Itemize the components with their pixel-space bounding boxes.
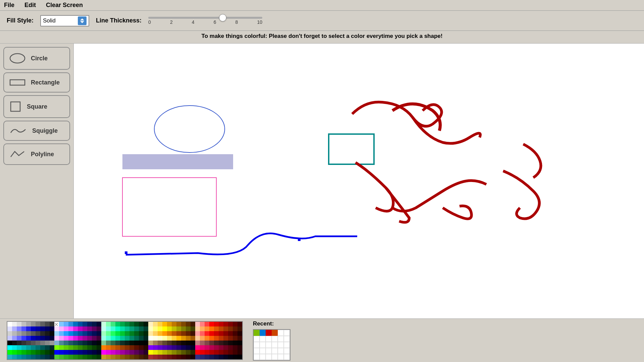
color-cell[interactable] [162, 326, 167, 331]
color-cell[interactable] [78, 336, 83, 341]
color-cell[interactable] [129, 322, 134, 326]
color-cell[interactable] [50, 341, 54, 345]
color-cell[interactable] [233, 336, 237, 341]
color-cell[interactable] [223, 326, 228, 331]
color-cell[interactable] [87, 336, 92, 341]
color-cell[interactable] [167, 322, 172, 326]
color-cell[interactable] [233, 322, 237, 326]
color-cell[interactable] [54, 341, 59, 345]
recent-color-cell[interactable] [260, 342, 266, 348]
color-cell[interactable] [219, 322, 223, 326]
shape-polyline-btn[interactable]: Polyline [3, 143, 70, 165]
color-cell[interactable] [87, 345, 92, 350]
recent-color-cell[interactable] [278, 342, 284, 348]
color-cell[interactable] [17, 355, 21, 359]
color-cell[interactable] [54, 331, 59, 336]
color-cell[interactable] [172, 322, 176, 326]
color-cell[interactable] [45, 350, 50, 355]
color-cell[interactable] [228, 336, 233, 341]
color-cell[interactable] [129, 336, 134, 341]
color-cell[interactable] [26, 355, 31, 359]
color-cell[interactable] [134, 350, 139, 355]
recent-color-cell[interactable] [254, 330, 260, 336]
color-cell[interactable] [200, 322, 205, 326]
color-cell[interactable] [31, 355, 36, 359]
color-cell[interactable] [54, 336, 59, 341]
color-cell[interactable] [78, 350, 83, 355]
color-cell[interactable] [219, 331, 223, 336]
color-cell[interactable] [139, 355, 144, 359]
color-cell[interactable] [45, 336, 50, 341]
color-cell[interactable] [50, 345, 54, 350]
color-cell[interactable] [158, 322, 162, 326]
color-cell[interactable] [45, 341, 50, 345]
color-cell[interactable] [223, 336, 228, 341]
color-cell[interactable] [59, 322, 64, 326]
color-cell[interactable] [205, 336, 209, 341]
color-cell[interactable] [214, 336, 219, 341]
color-cell[interactable] [186, 350, 191, 355]
color-cell[interactable] [7, 341, 12, 345]
color-cell[interactable] [176, 336, 181, 341]
color-cell[interactable] [237, 345, 242, 350]
color-cell[interactable] [195, 331, 200, 336]
color-cell[interactable] [111, 355, 115, 359]
color-cell[interactable] [17, 350, 21, 355]
color-cell[interactable] [139, 350, 144, 355]
color-cell[interactable] [172, 345, 176, 350]
color-cell[interactable] [219, 326, 223, 331]
color-cell[interactable] [115, 350, 120, 355]
color-cell[interactable] [191, 345, 195, 350]
color-cell[interactable] [97, 331, 101, 336]
color-cell[interactable] [26, 350, 31, 355]
color-cell[interactable] [101, 326, 106, 331]
color-cell[interactable] [139, 322, 144, 326]
color-cell[interactable] [40, 355, 45, 359]
color-cell[interactable] [26, 331, 31, 336]
color-cell[interactable] [36, 326, 40, 331]
shape-squiggle-btn[interactable]: Squiggle [3, 121, 70, 141]
color-cell[interactable] [78, 326, 83, 331]
color-cell[interactable] [120, 336, 125, 341]
recent-color-cell[interactable] [266, 336, 272, 342]
color-cell[interactable] [64, 322, 68, 326]
color-cell[interactable] [186, 345, 191, 350]
color-cell[interactable] [83, 341, 87, 345]
shape-circle-btn[interactable]: Circle [3, 47, 70, 70]
recent-color-cell[interactable] [278, 336, 284, 342]
color-cell[interactable] [176, 355, 181, 359]
color-cell[interactable] [101, 350, 106, 355]
color-cell[interactable] [191, 326, 195, 331]
color-cell[interactable] [191, 341, 195, 345]
color-cell[interactable] [228, 350, 233, 355]
recent-color-cell[interactable] [254, 342, 260, 348]
color-cell[interactable] [200, 350, 205, 355]
color-cell[interactable] [125, 350, 129, 355]
color-cell[interactable] [167, 355, 172, 359]
color-cell[interactable] [223, 355, 228, 359]
color-cell[interactable] [181, 350, 186, 355]
color-cell[interactable] [120, 345, 125, 350]
color-cell[interactable] [17, 331, 21, 336]
recent-color-cell[interactable] [284, 354, 290, 360]
color-cell[interactable] [45, 345, 50, 350]
color-cell[interactable] [186, 341, 191, 345]
color-cell[interactable] [7, 345, 12, 350]
color-cell[interactable] [12, 331, 17, 336]
color-cell[interactable] [12, 345, 17, 350]
color-cell[interactable] [129, 345, 134, 350]
color-cell[interactable] [12, 350, 17, 355]
color-cell[interactable] [139, 336, 144, 341]
color-cell[interactable] [219, 336, 223, 341]
color-cell[interactable] [83, 345, 87, 350]
color-cell[interactable] [148, 322, 153, 326]
color-cell[interactable] [111, 322, 115, 326]
color-cell[interactable] [134, 336, 139, 341]
color-cell[interactable] [83, 331, 87, 336]
color-cell[interactable] [115, 326, 120, 331]
color-cell[interactable] [87, 341, 92, 345]
color-cell[interactable] [31, 322, 36, 326]
recent-color-cell[interactable] [254, 348, 260, 354]
color-cell[interactable] [68, 326, 73, 331]
color-cell[interactable] [7, 350, 12, 355]
